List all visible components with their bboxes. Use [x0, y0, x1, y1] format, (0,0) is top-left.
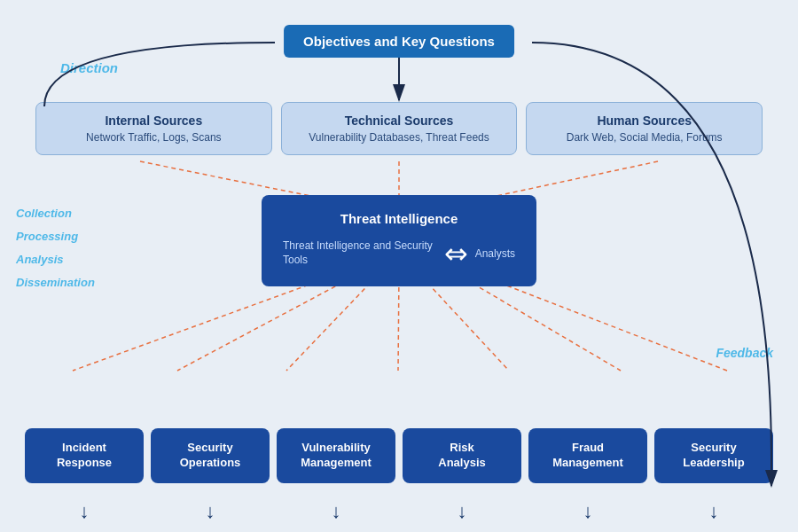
- fraud-management-label: FraudManagement: [552, 441, 622, 469]
- threat-intel-left: Threat Intelligence and Security Tools: [283, 239, 437, 267]
- processing-label: Processing: [16, 227, 95, 246]
- bottom-row: IncidentResponse SecurityOperations Vuln…: [25, 428, 773, 483]
- diagram-container: Objectives and Key Questions Direction I…: [0, 0, 798, 532]
- direction-label: Direction: [60, 60, 118, 75]
- phase-labels: Collection Processing Analysis Dissemina…: [16, 204, 95, 293]
- down-arrow-3: ↓: [277, 500, 395, 523]
- sources-row: Internal Sources Network Traffic, Logs, …: [35, 102, 763, 155]
- threat-intel-inner: Threat Intelligence and Security Tools ⇔…: [283, 237, 515, 270]
- vulnerability-management-box: VulnerabilityManagement: [277, 428, 395, 483]
- down-arrow-4: ↓: [403, 500, 521, 523]
- down-arrow-2: ↓: [151, 500, 270, 523]
- down-arrow-5: ↓: [528, 500, 647, 523]
- internal-sources-box: Internal Sources Network Traffic, Logs, …: [35, 102, 272, 155]
- security-leadership-label: SecurityLeadership: [683, 441, 744, 469]
- incident-response-label: IncidentResponse: [57, 441, 112, 469]
- analysis-label: Analysis: [16, 250, 95, 270]
- down-arrow-6: ↓: [654, 500, 773, 523]
- objectives-label: Objectives and Key Questions: [303, 34, 495, 49]
- security-operations-label: SecurityOperations: [180, 441, 241, 469]
- technical-sources-title: Technical Sources: [296, 113, 503, 128]
- incident-response-box: IncidentResponse: [25, 428, 144, 483]
- threat-intel-title: Threat Intelligence: [283, 211, 515, 226]
- down-arrow-1: ↓: [25, 500, 144, 523]
- risk-analysis-label: RiskAnalysis: [438, 441, 485, 469]
- threat-intel-box: Threat Intelligence Threat Intelligence …: [262, 195, 536, 286]
- vulnerability-management-label: VulnerabilityManagement: [301, 441, 371, 469]
- risk-analysis-box: RiskAnalysis: [403, 428, 521, 483]
- security-operations-box: SecurityOperations: [151, 428, 270, 483]
- human-sources-subtitle: Dark Web, Social Media, Forums: [541, 131, 747, 144]
- down-arrows-row: ↓ ↓ ↓ ↓ ↓ ↓: [25, 500, 773, 523]
- collection-label: Collection: [16, 204, 95, 223]
- internal-sources-title: Internal Sources: [51, 113, 257, 128]
- human-sources-title: Human Sources: [541, 113, 747, 128]
- svg-line-0: [140, 161, 315, 197]
- svg-line-2: [492, 161, 658, 197]
- dissemination-label: Dissemination: [16, 273, 95, 293]
- human-sources-box: Human Sources Dark Web, Social Media, Fo…: [526, 102, 763, 155]
- double-arrow-icon: ⇔: [444, 237, 468, 270]
- objectives-box: Objectives and Key Questions: [284, 25, 514, 58]
- technical-sources-box: Technical Sources Vulnerability Database…: [281, 102, 518, 155]
- security-leadership-box: SecurityLeadership: [654, 428, 773, 483]
- threat-intel-right: Analysts: [475, 247, 515, 260]
- fraud-management-box: FraudManagement: [528, 428, 647, 483]
- technical-sources-subtitle: Vulnerability Databases, Threat Feeds: [296, 131, 503, 144]
- feedback-label: Feedback: [716, 346, 773, 360]
- internal-sources-subtitle: Network Traffic, Logs, Scans: [51, 131, 257, 144]
